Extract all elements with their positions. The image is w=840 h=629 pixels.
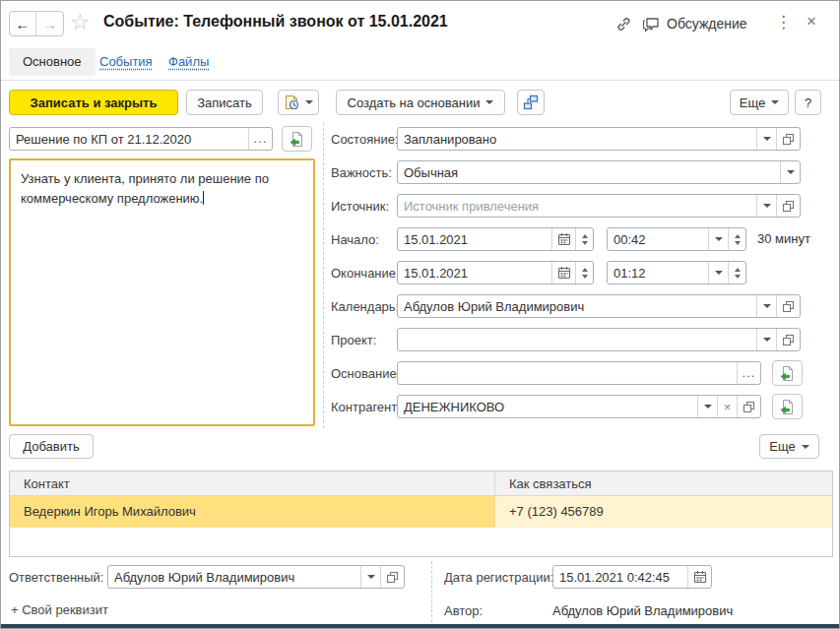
add-contact-button[interactable]: Добавить — [9, 434, 94, 459]
start-date-value[interactable]: 15.01.2021 — [398, 228, 551, 250]
contact-cell[interactable]: Ведеркин Игорь Михайлович — [10, 496, 494, 528]
related-documents-button[interactable] — [517, 90, 545, 115]
document-clock-icon — [284, 94, 299, 110]
start-time-value[interactable]: 00:42 — [608, 228, 708, 250]
back-button[interactable]: ← — [10, 12, 36, 35]
time-spinner[interactable] — [728, 228, 745, 250]
chevron-down-icon[interactable] — [360, 566, 380, 588]
choose-button[interactable]: ... — [737, 362, 760, 384]
responsible-value[interactable]: Абдулов Юрий Владимирович — [108, 566, 360, 588]
open-counterparty-button[interactable] — [772, 394, 803, 419]
more-menu-icon[interactable]: ⋮ — [775, 12, 789, 32]
source-placeholder[interactable]: Источник привлечения — [398, 195, 756, 217]
help-label: ? — [805, 95, 811, 110]
chevron-down-icon[interactable] — [708, 228, 728, 250]
forward-button[interactable]: → — [36, 12, 63, 35]
chevron-down-icon — [305, 100, 313, 108]
state-label: Состояние: — [331, 132, 398, 147]
save-and-close-button[interactable]: Записать и закрыть — [9, 90, 178, 115]
end-label: Окончание: — [331, 266, 400, 281]
open-in-window-icon[interactable] — [380, 566, 404, 588]
open-subject-button[interactable] — [282, 126, 312, 152]
end-date-field[interactable]: 15.01.2021 — [397, 261, 594, 284]
document-green-arrow-icon — [779, 399, 796, 415]
importance-value[interactable]: Обычная — [398, 161, 780, 183]
chevron-down-icon[interactable] — [756, 128, 776, 150]
calendar-icon[interactable] — [551, 228, 575, 250]
copy-link-icon[interactable] — [614, 14, 633, 33]
date-spinner[interactable] — [575, 228, 593, 250]
column-header-contact[interactable]: Контакт — [10, 472, 494, 495]
discussion-icon[interactable] — [641, 14, 661, 33]
form-more-label: Еще — [740, 95, 765, 110]
how-to-contact-cell[interactable]: +7 (123) 456789 — [494, 496, 832, 528]
add-contact-label: Добавить — [23, 439, 79, 454]
time-spinner[interactable] — [728, 262, 745, 283]
basis-field[interactable]: ... — [397, 361, 761, 385]
favorite-star-icon[interactable]: ☆ — [70, 9, 91, 35]
save-button[interactable]: Записать — [186, 90, 263, 115]
responsible-field[interactable]: Абдулов Юрий Владимирович — [107, 565, 405, 589]
registration-date-value[interactable]: 15.01.2021 0:42:45 — [553, 566, 687, 588]
close-icon[interactable]: × — [803, 12, 820, 31]
tab-files[interactable]: Файлы — [168, 54, 209, 69]
end-time-value[interactable]: 01:12 — [608, 262, 708, 283]
discussion-label[interactable]: Обсуждение — [667, 16, 747, 31]
start-date-field[interactable]: 15.01.2021 — [397, 227, 594, 251]
chevron-down-icon[interactable] — [756, 295, 776, 317]
project-value[interactable] — [398, 329, 756, 350]
end-time-field[interactable]: 01:12 — [607, 261, 746, 284]
help-button[interactable]: ? — [795, 90, 821, 115]
chevron-down-icon[interactable] — [780, 161, 800, 183]
chevron-down-icon[interactable] — [756, 195, 776, 217]
project-field[interactable] — [397, 328, 801, 351]
custom-attribute-link[interactable]: + Свой реквизит — [11, 602, 108, 617]
source-field[interactable]: Источник привлечения — [397, 194, 801, 218]
open-basis-button[interactable] — [772, 360, 803, 386]
column-divider — [323, 123, 324, 428]
counterparty-label: Контрагент: — [331, 400, 401, 414]
author-value: Абдулов Юрий Владимирович — [552, 603, 733, 618]
create-based-on-button[interactable]: Создать на основании — [336, 90, 505, 115]
counterparty-field[interactable]: ДЕНЕЖНИКОВО × — [397, 395, 761, 418]
counterparty-value[interactable]: ДЕНЕЖНИКОВО — [398, 396, 697, 417]
postpone-event-button[interactable] — [278, 90, 319, 115]
choose-button[interactable]: ... — [248, 128, 272, 150]
description-textarea[interactable]: Узнать у клиента, принято ли решение по … — [9, 158, 315, 426]
column-header-how-to-contact[interactable]: Как связаться — [494, 472, 832, 495]
calendar-value[interactable]: Абдулов Юрий Владимирович — [398, 295, 756, 317]
chevron-down-icon[interactable] — [708, 262, 728, 283]
chevron-down-icon[interactable] — [697, 396, 717, 417]
responsible-label: Ответственный: — [9, 570, 103, 585]
tab-main[interactable]: Основное — [9, 48, 96, 76]
structure-links-icon — [523, 94, 539, 110]
state-field[interactable]: Запланировано — [397, 127, 801, 151]
registration-date-label: Дата регистрации: — [444, 570, 553, 585]
table-row[interactable]: Ведеркин Игорь Михайлович +7 (123) 45678… — [10, 496, 832, 528]
importance-field[interactable]: Обычная — [397, 160, 801, 184]
state-value[interactable]: Запланировано — [398, 128, 756, 150]
subject-field[interactable]: Решение по КП от 21.12.2020 ... — [9, 127, 273, 151]
chevron-down-icon[interactable] — [756, 329, 776, 350]
end-date-value[interactable]: 15.01.2021 — [398, 262, 551, 283]
calendar-icon[interactable] — [551, 262, 575, 283]
clear-icon[interactable]: × — [717, 396, 737, 417]
table-more-button[interactable]: Еще — [759, 434, 819, 459]
open-in-window-icon[interactable] — [776, 329, 800, 350]
basis-value[interactable] — [398, 362, 737, 384]
tab-events[interactable]: События — [99, 54, 153, 69]
open-in-window-icon[interactable] — [776, 195, 800, 217]
open-in-window-icon[interactable] — [737, 396, 760, 417]
form-more-button[interactable]: Еще — [730, 90, 789, 115]
save-label: Записать — [197, 95, 252, 110]
registration-date-field[interactable]: 15.01.2021 0:42:45 — [552, 565, 712, 589]
document-green-arrow-icon — [779, 365, 796, 382]
date-spinner[interactable] — [575, 262, 593, 283]
calendar-field[interactable]: Абдулов Юрий Владимирович — [397, 294, 801, 318]
calendar-icon[interactable] — [687, 566, 711, 588]
start-time-field[interactable]: 00:42 — [607, 227, 746, 251]
subject-value[interactable]: Решение по КП от 21.12.2020 — [10, 128, 248, 150]
open-in-window-icon[interactable] — [776, 128, 800, 150]
table-more-label: Еще — [769, 439, 795, 454]
open-in-window-icon[interactable] — [776, 295, 800, 317]
